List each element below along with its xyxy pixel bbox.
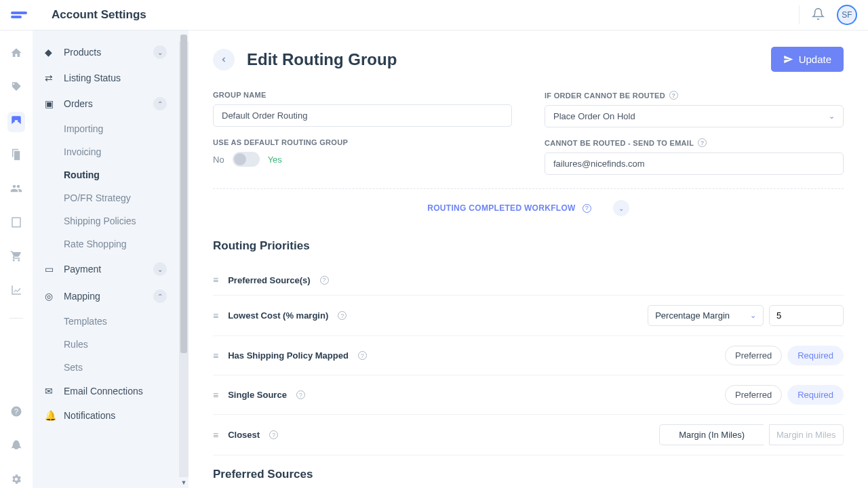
- sidebar-label: Listing Status: [64, 73, 121, 83]
- sidebar-label: Orders: [64, 98, 93, 109]
- update-label: Update: [799, 54, 831, 65]
- drag-handle-icon[interactable]: ≡: [213, 310, 218, 321]
- sidebar-item-mapping[interactable]: ◎ Mapping ⌃: [33, 283, 179, 310]
- margin-miles-label: Margin (In Miles): [659, 424, 764, 445]
- chevron-down-icon[interactable]: ⌄: [153, 262, 167, 276]
- priority-label: Closest: [228, 430, 260, 440]
- bell-icon: 🔔: [45, 410, 56, 421]
- sidebar-sub-rules[interactable]: Rules: [33, 333, 179, 356]
- sidebar-sub-invoicing[interactable]: Invoicing: [33, 140, 179, 163]
- select-value: Percentage Margin: [655, 310, 730, 321]
- scrollbar-thumb[interactable]: [180, 35, 187, 353]
- group-name-label: GROUP NAME: [213, 91, 512, 99]
- chevron-up-icon[interactable]: ⌃: [153, 97, 167, 110]
- priority-label: Has Shipping Policy Mapped: [228, 350, 349, 361]
- margin-value-input[interactable]: [769, 305, 844, 326]
- margin-miles-input[interactable]: [769, 424, 844, 445]
- mail-icon: ✉: [45, 386, 56, 396]
- page-title: Edit Routing Group: [247, 50, 397, 69]
- required-pill[interactable]: Required: [787, 346, 844, 365]
- chart-icon[interactable]: [10, 284, 22, 299]
- send-icon: [783, 54, 793, 64]
- page-breadcrumb: Account Settings: [52, 8, 146, 22]
- user-avatar[interactable]: SF: [837, 5, 857, 25]
- failure-email-input[interactable]: [545, 152, 844, 175]
- sidebar-item-notifications[interactable]: 🔔 Notifications: [33, 403, 179, 428]
- required-pill[interactable]: Required: [787, 385, 844, 405]
- sidebar-sub-routing[interactable]: Routing: [33, 163, 179, 186]
- card-icon: ▭: [45, 264, 56, 274]
- scroll-down-icon[interactable]: ▼: [179, 477, 189, 488]
- sidebar-scrollbar[interactable]: ▲ ▼: [179, 30, 189, 488]
- drag-handle-icon[interactable]: ≡: [213, 430, 218, 441]
- help-icon[interactable]: ?: [10, 405, 22, 420]
- toggle-yes-label: Yes: [268, 155, 282, 165]
- inbox-icon: ▣: [45, 98, 56, 109]
- rail-divider: [9, 318, 23, 319]
- home-icon[interactable]: [10, 47, 22, 62]
- sidebar-sub-rate[interactable]: Rate Shopping: [33, 232, 179, 256]
- priority-label: Single Source: [228, 390, 287, 400]
- drag-handle-icon[interactable]: ≡: [213, 274, 218, 285]
- chevron-down-icon[interactable]: ⌄: [153, 45, 167, 59]
- help-icon[interactable]: ?: [669, 91, 678, 100]
- help-icon[interactable]: ?: [269, 430, 278, 439]
- separator: [799, 5, 800, 24]
- failure-email-label: CANNOT BE ROUTED - SEND TO EMAIL ?: [545, 138, 844, 147]
- group-name-input[interactable]: [213, 104, 512, 127]
- priority-label: Preferred Source(s): [228, 275, 310, 285]
- drag-handle-icon[interactable]: ≡: [213, 350, 218, 361]
- notifications-icon[interactable]: [812, 7, 825, 23]
- help-icon[interactable]: ?: [320, 276, 329, 285]
- help-icon[interactable]: ?: [698, 138, 707, 147]
- sidebar-label: Email Connections: [64, 386, 143, 396]
- sidebar-sub-importing[interactable]: Importing: [33, 117, 179, 140]
- app-logo[interactable]: [11, 7, 30, 22]
- help-icon[interactable]: ?: [296, 390, 305, 399]
- help-icon[interactable]: ?: [338, 311, 347, 320]
- margin-type-select[interactable]: Percentage Margin ⌄: [648, 305, 764, 326]
- default-group-label: USE AS DEFAULT ROUTING GROUP: [213, 138, 512, 146]
- back-button[interactable]: [213, 49, 235, 70]
- building-icon[interactable]: [10, 216, 22, 231]
- priority-row-single-source: ≡ Single Source ? Preferred Required: [213, 375, 844, 415]
- priority-row-preferred: ≡ Preferred Source(s) ?: [213, 265, 844, 296]
- sidebar-item-orders[interactable]: ▣ Orders ⌃: [33, 90, 179, 117]
- workflow-expand-button[interactable]: ⌄: [613, 200, 629, 216]
- sidebar-sub-sets[interactable]: Sets: [33, 356, 179, 379]
- sidebar-label: Payment: [64, 264, 101, 274]
- settings-sidebar: ◆ Products ⌄ ⇄ Listing Status ▣ Orders ⌃…: [33, 30, 179, 488]
- preferred-pill[interactable]: Preferred: [725, 346, 782, 365]
- svg-rect-0: [12, 218, 20, 227]
- help-icon[interactable]: ?: [583, 204, 591, 213]
- users-icon[interactable]: [10, 182, 22, 197]
- sidebar-sub-pofr[interactable]: PO/FR Strategy: [33, 186, 179, 209]
- cannot-route-label: IF ORDER CANNOT BE ROUTED ?: [545, 91, 844, 100]
- select-value: Place Order On Hold: [553, 111, 635, 121]
- sidebar-sub-templates[interactable]: Templates: [33, 310, 179, 333]
- chevron-up-icon[interactable]: ⌃: [153, 289, 167, 303]
- sidebar-sub-shipping[interactable]: Shipping Policies: [33, 209, 179, 232]
- preferred-pill[interactable]: Preferred: [725, 385, 782, 405]
- inbox-icon[interactable]: [7, 112, 25, 132]
- sidebar-item-listing-status[interactable]: ⇄ Listing Status: [33, 66, 179, 90]
- drag-handle-icon[interactable]: ≡: [213, 390, 218, 401]
- sidebar-item-payment[interactable]: ▭ Payment ⌄: [33, 256, 179, 283]
- sidebar-item-email[interactable]: ✉ Email Connections: [33, 379, 179, 403]
- sidebar-label: Notifications: [64, 410, 115, 421]
- sidebar-label: Mapping: [64, 291, 100, 302]
- sources-heading: Preferred Sources: [213, 468, 844, 481]
- cart-icon[interactable]: [10, 250, 22, 265]
- priority-row-lowest-cost: ≡ Lowest Cost (% margin) ? Percentage Ma…: [213, 296, 844, 336]
- gear-icon[interactable]: [10, 473, 22, 488]
- copy-icon[interactable]: [10, 148, 22, 163]
- help-icon[interactable]: ?: [358, 351, 367, 360]
- cannot-route-select[interactable]: Place Order On Hold ⌄: [545, 105, 844, 127]
- tag-icon[interactable]: [10, 81, 22, 96]
- update-button[interactable]: Update: [771, 47, 844, 72]
- priority-row-shipping-policy: ≡ Has Shipping Policy Mapped ? Preferred…: [213, 336, 844, 375]
- sidebar-item-products[interactable]: ◆ Products ⌄: [33, 39, 179, 66]
- rocket-icon[interactable]: [10, 439, 22, 454]
- default-group-toggle[interactable]: [233, 152, 260, 167]
- priority-row-closest: ≡ Closest ? Margin (In Miles): [213, 415, 844, 455]
